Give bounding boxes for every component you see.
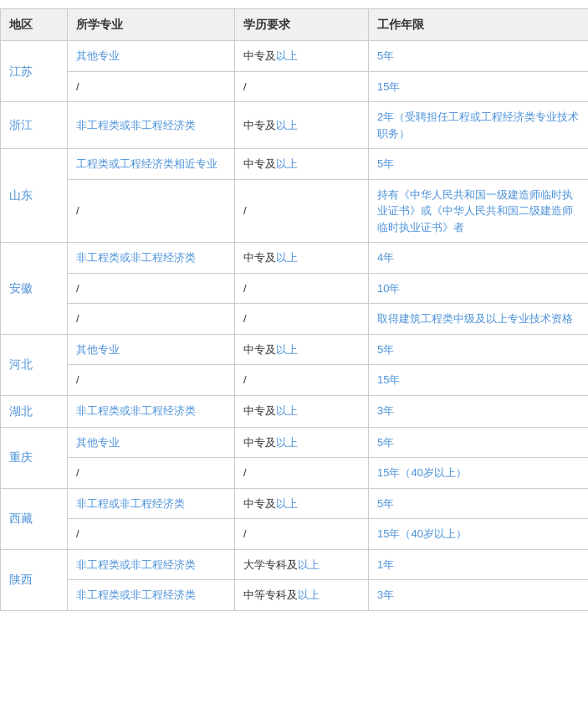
table-row: 河北其他专业中专及以上5年 (1, 334, 589, 365)
major-cell: / (68, 179, 235, 243)
region-cell: 山东 (1, 149, 68, 243)
work-cell: 5年 (369, 427, 589, 458)
major-cell: 工程类或工程经济类相近专业 (68, 149, 235, 180)
major-cell: / (68, 458, 235, 489)
major-cell: / (68, 273, 235, 304)
work-cell: 5年 (369, 334, 589, 365)
major-cell: 非工程类或非工程经济类 (68, 243, 235, 274)
region-cell: 西藏 (1, 488, 68, 549)
edu-cell: / (235, 179, 369, 243)
work-cell: 5年 (369, 488, 589, 519)
table-row: 浙江非工程类或非工程经济类中专及以上2年（受聘担任工程或工程经济类专业技术职务） (1, 102, 589, 149)
table-row: 西藏非工程或非工程经济类中专及以上5年 (1, 488, 589, 519)
table-row: //15年 (1, 71, 589, 102)
edu-cell: / (235, 273, 369, 304)
table-row: //15年 (1, 365, 589, 396)
table-row: 陕西非工程类或非工程经济类大学专科及以上1年 (1, 549, 589, 580)
region-cell: 安徽 (1, 243, 68, 335)
table-row: 湖北非工程类或非工程经济类中专及以上3年 (1, 395, 589, 427)
major-cell: 非工程或非工程经济类 (68, 488, 235, 519)
table-row: 非工程类或非工程经济类中等专科及以上3年 (1, 580, 589, 611)
edu-cell: 中专及以上 (235, 488, 369, 519)
work-cell: 持有《中华人民共和国一级建造师临时执业证书》或《中华人民共和国二级建造师临时执业… (369, 179, 589, 243)
edu-cell: / (235, 458, 369, 489)
region-cell: 河北 (1, 334, 68, 395)
main-container: 地区 所学专业 学历要求 工作年限 江苏其他专业中专及以上5年//15年浙江非工… (0, 0, 588, 619)
edu-cell: 中专及以上 (235, 243, 369, 274)
edu-cell: 大学专科及以上 (235, 549, 369, 580)
header-edu: 学历要求 (235, 9, 369, 41)
table-row: //持有《中华人民共和国一级建造师临时执业证书》或《中华人民共和国二级建造师临时… (1, 179, 589, 243)
data-table: 地区 所学专业 学历要求 工作年限 江苏其他专业中专及以上5年//15年浙江非工… (0, 8, 588, 611)
region-cell: 湖北 (1, 395, 68, 427)
work-cell: 3年 (369, 580, 589, 611)
edu-cell: 中专及以上 (235, 41, 369, 72)
major-cell: 非工程类或非工程经济类 (68, 102, 235, 149)
table-row: //取得建筑工程类中级及以上专业技术资格 (1, 304, 589, 335)
work-cell: 15年（40岁以上） (369, 458, 589, 489)
work-cell: 1年 (369, 549, 589, 580)
edu-cell: / (235, 519, 369, 550)
table-row: 江苏其他专业中专及以上5年 (1, 41, 589, 72)
region-cell: 陕西 (1, 549, 68, 610)
work-cell: 2年（受聘担任工程或工程经济类专业技术职务） (369, 102, 589, 149)
header-major: 所学专业 (68, 9, 235, 41)
edu-cell: 中专及以上 (235, 149, 369, 180)
region-cell: 重庆 (1, 427, 68, 488)
edu-cell: / (235, 71, 369, 102)
table-row: 重庆其他专业中专及以上5年 (1, 427, 589, 458)
header-work: 工作年限 (369, 9, 589, 41)
region-cell: 浙江 (1, 102, 68, 149)
major-cell: 非工程类或非工程经济类 (68, 549, 235, 580)
edu-cell: / (235, 365, 369, 396)
major-cell: 非工程类或非工程经济类 (68, 395, 235, 427)
work-cell: 5年 (369, 41, 589, 72)
work-cell: 15年 (369, 71, 589, 102)
work-cell: 15年 (369, 365, 589, 396)
table-row: //15年（40岁以上） (1, 519, 589, 550)
table-row: //10年 (1, 273, 589, 304)
work-cell: 4年 (369, 243, 589, 274)
table-row: 山东工程类或工程经济类相近专业中专及以上5年 (1, 149, 589, 180)
major-cell: / (68, 365, 235, 396)
edu-cell: 中专及以上 (235, 427, 369, 458)
major-cell: 其他专业 (68, 334, 235, 365)
edu-cell: 中专及以上 (235, 395, 369, 427)
major-cell: / (68, 304, 235, 335)
major-cell: / (68, 519, 235, 550)
work-cell: 取得建筑工程类中级及以上专业技术资格 (369, 304, 589, 335)
major-cell: 非工程类或非工程经济类 (68, 580, 235, 611)
work-cell: 5年 (369, 149, 589, 180)
major-cell: 其他专业 (68, 427, 235, 458)
edu-cell: / (235, 304, 369, 335)
header-row: 地区 所学专业 学历要求 工作年限 (1, 9, 589, 41)
work-cell: 10年 (369, 273, 589, 304)
major-cell: 其他专业 (68, 41, 235, 72)
region-cell: 江苏 (1, 41, 68, 102)
major-cell: / (68, 71, 235, 102)
work-cell: 15年（40岁以上） (369, 519, 589, 550)
edu-cell: 中等专科及以上 (235, 580, 369, 611)
work-cell: 3年 (369, 395, 589, 427)
edu-cell: 中专及以上 (235, 102, 369, 149)
table-row: 安徽非工程类或非工程经济类中专及以上4年 (1, 243, 589, 274)
table-row: //15年（40岁以上） (1, 458, 589, 489)
header-region: 地区 (1, 9, 68, 41)
edu-cell: 中专及以上 (235, 334, 369, 365)
